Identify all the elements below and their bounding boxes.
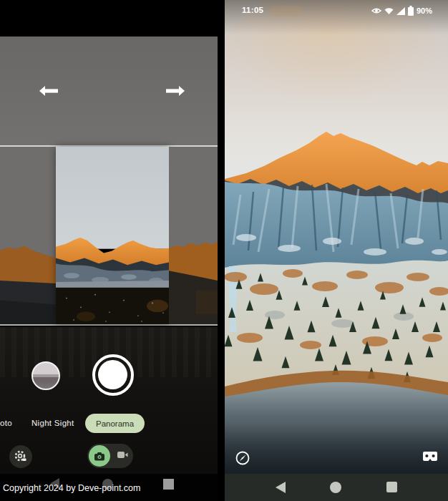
notification-icons-faint [271,6,301,16]
pan-left-arrow-icon [38,84,59,97]
recents-button-icon[interactable] [386,482,397,492]
settings-button[interactable] [9,445,32,468]
shutter-button-inner [98,360,127,389]
status-time: 11:05 [242,6,263,14]
mode-night-sight[interactable]: Night Sight [31,419,74,427]
wifi-icon [384,7,394,15]
screenshot-root: oto Night Sight Panorama [0,0,448,501]
right-navigation-bar [225,474,448,501]
home-button-icon[interactable] [330,482,341,493]
video-icon[interactable] [117,451,128,459]
screen-attention-eye-icon [371,6,381,15]
camera-icon [94,452,105,461]
panorama-left-dimmed-frame [0,147,56,324]
left-navigation-bar: Copyright 2024 by Deve-point.com [0,474,218,501]
panorama-photo [225,0,448,474]
photo-viewer-panel: 11:05 90% [225,0,448,501]
panorama-right-dimmed-frame [169,147,218,324]
status-bar: 11:05 90% [225,0,448,21]
panel-divider [218,0,225,501]
camera-toggle-active[interactable] [89,445,110,467]
camera-mode-selector: oto Night Sight Panorama [0,414,218,435]
shutter-button[interactable] [92,354,134,396]
last-photo-thumbnail[interactable] [31,361,60,390]
gear-icon [14,449,28,464]
panorama-active-frame [56,147,169,324]
pan-right-arrow-icon [165,84,186,97]
camera-app-panel: oto Night Sight Panorama [0,0,218,501]
watermark-text: Copyright 2024 by Deve-point.com [3,483,140,493]
recents-button-icon[interactable] [163,479,174,490]
battery-percentage: 90% [417,6,432,15]
panorama-viewfinder [0,145,218,326]
mode-photo-clipped[interactable]: oto [0,419,12,427]
mode-panorama-selected[interactable]: Panorama [85,414,145,433]
battery-icon [408,6,414,16]
vr-cardboard-button[interactable] [423,452,437,462]
back-button-icon[interactable] [276,482,286,493]
cellular-signal-icon [396,7,405,15]
camera-video-toggle[interactable] [87,444,133,468]
compass-button[interactable] [235,450,250,466]
